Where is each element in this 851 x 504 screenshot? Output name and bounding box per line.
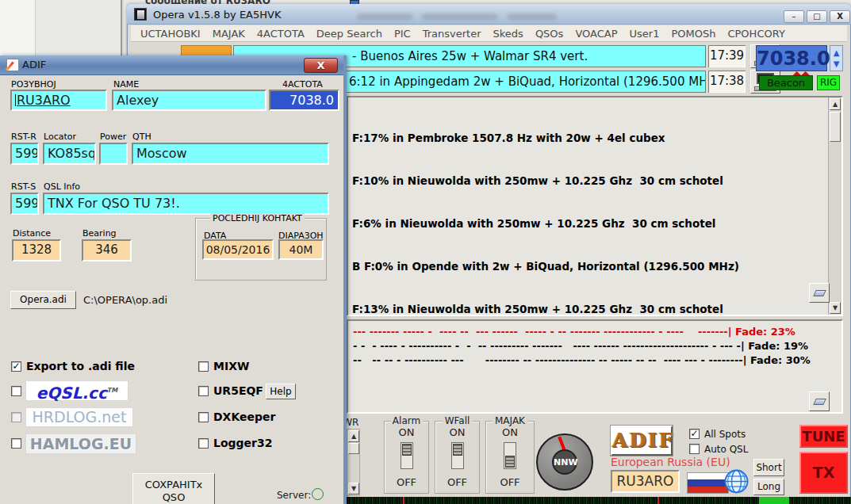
waterfall-strip bbox=[347, 497, 851, 504]
spot-line: F:13% in Nieuwolda with 250mw + 10.225 G… bbox=[352, 302, 824, 316]
menu-voacap[interactable]: VOACAP bbox=[575, 28, 617, 40]
scrollbar-thumb[interactable] bbox=[830, 112, 841, 142]
alarm-toggle-group: Alarm ON OFF bbox=[384, 421, 429, 494]
wfall-on-label: ON bbox=[435, 426, 479, 438]
minimize-button[interactable]: – bbox=[784, 10, 804, 23]
qth-input[interactable]: Moscow bbox=[132, 143, 329, 165]
menu-pomosh[interactable]: POMOSh bbox=[671, 28, 715, 40]
band-value: 40M bbox=[278, 239, 324, 260]
spot-line: F:10% in Nieuwolda with 250mw + 10.225 G… bbox=[352, 174, 824, 188]
last-contact-label: POCLEDHIJ KOHTAKT bbox=[210, 213, 305, 223]
background-window bbox=[0, 0, 127, 55]
spin-down-icon[interactable]: ▼ bbox=[832, 59, 841, 68]
fade-line: - - - ---- - ---------- - - -- ---------… bbox=[353, 340, 808, 352]
slider-down-icon[interactable]: ▼ bbox=[348, 483, 359, 494]
menu-pic[interactable]: PIC bbox=[394, 28, 411, 40]
opera-adi-button[interactable]: Opera.adi bbox=[10, 291, 76, 309]
qsl-info-input[interactable]: TNX For QSO TU 73!. bbox=[43, 193, 329, 215]
power-label: Power bbox=[100, 132, 126, 142]
ur5eqf-checkbox[interactable] bbox=[198, 386, 209, 396]
dxkeeper-checkbox[interactable] bbox=[198, 412, 209, 422]
majak-group-label: MAJAK bbox=[493, 415, 527, 426]
mixw-checkbox[interactable] bbox=[198, 361, 209, 372]
ur5eqf-label: UR5EQF bbox=[213, 384, 263, 397]
rst-r-input[interactable]: 599 bbox=[10, 143, 39, 165]
dialog-close-button[interactable]: X bbox=[304, 58, 338, 73]
auto-qsl-label: Auto QSL bbox=[704, 444, 748, 455]
freq-input[interactable]: 7038.0 bbox=[269, 90, 339, 111]
close-button[interactable]: X bbox=[830, 10, 850, 23]
all-spots-checkbox[interactable]: ✓ bbox=[689, 429, 700, 439]
scroll-down-icon[interactable]: ▼ bbox=[830, 302, 841, 314]
dxkeeper-label: DXKeeper bbox=[213, 410, 275, 423]
export-adi-label: Export to .adi file bbox=[26, 360, 135, 372]
frequency-spinner[interactable]: ▲ ▼ bbox=[830, 45, 843, 71]
name-input[interactable]: Alexey bbox=[112, 90, 266, 111]
rig-button[interactable]: RIG bbox=[817, 75, 840, 90]
locator-input[interactable]: KO85sq bbox=[43, 143, 96, 165]
fade-line: -- -- -- - ---------- --- -------- -- --… bbox=[353, 354, 811, 366]
hrdlog-logo: HRDLOG.net bbox=[25, 407, 133, 427]
menu-majak[interactable]: MAJAK bbox=[213, 28, 245, 40]
menu-uctahobki[interactable]: UCTAHOBKI bbox=[140, 28, 201, 40]
bearing-label: Bearing bbox=[82, 228, 117, 239]
spin-up-icon[interactable]: ▲ bbox=[832, 48, 841, 57]
menu-deep-search[interactable]: Deep Search bbox=[316, 28, 382, 40]
background-window-pane bbox=[0, 0, 36, 55]
menu-transverter[interactable]: Transverter bbox=[423, 28, 481, 40]
spots-scrollbar[interactable]: ▲ ▼ bbox=[828, 97, 841, 315]
menu-qsos[interactable]: QSOs bbox=[535, 28, 564, 40]
clear-spots-eraser-button[interactable] bbox=[809, 283, 830, 303]
callsign-input[interactable]: RU3ARO bbox=[10, 90, 107, 111]
menu-4actota[interactable]: 4ACTOTA bbox=[257, 28, 305, 40]
hrdlog-checkbox[interactable] bbox=[11, 412, 21, 422]
hamlog-checkbox[interactable] bbox=[11, 438, 21, 449]
adif-logo-button[interactable]: ADIF bbox=[611, 426, 673, 456]
clear-fade-eraser-button[interactable] bbox=[809, 391, 830, 411]
save-qso-button[interactable]: COXPAHITx QSO bbox=[132, 473, 215, 504]
pwr-slider[interactable]: ▲ ▼ bbox=[347, 429, 360, 496]
short-path-button[interactable]: Short bbox=[753, 459, 784, 476]
slider-up-icon[interactable]: ▲ bbox=[348, 430, 359, 442]
long-path-button[interactable]: Long bbox=[753, 479, 784, 495]
menu-bar: UCTAHOBKI MAJAK 4ACTOTA Deep Search PIC … bbox=[131, 25, 847, 42]
majak-off-label: OFF bbox=[486, 476, 534, 488]
eqsl-checkbox[interactable] bbox=[11, 386, 21, 396]
opera-app-icon bbox=[134, 8, 147, 21]
power-input[interactable] bbox=[99, 143, 128, 165]
freq-label: 4ACTOTA bbox=[282, 79, 323, 90]
pencil-edit-icon bbox=[6, 59, 19, 71]
majak-toggle-group: MAJAK ON OFF bbox=[485, 421, 535, 494]
menu-user1[interactable]: User1 bbox=[630, 28, 660, 40]
globe-icon[interactable] bbox=[724, 469, 749, 494]
wfall-toggle-switch[interactable] bbox=[451, 442, 464, 469]
scroll-up-icon[interactable]: ▲ bbox=[830, 98, 841, 110]
compass-indicator: NNW bbox=[536, 433, 593, 491]
message-time: 17:38 bbox=[708, 71, 746, 93]
rst-s-label: RST-S bbox=[11, 181, 36, 192]
majak-toggle-switch[interactable] bbox=[504, 442, 516, 469]
eqsl-logo: eQSL.ccTM bbox=[25, 380, 128, 401]
alarm-toggle-switch[interactable] bbox=[401, 442, 413, 469]
tx-button[interactable]: TX bbox=[799, 452, 848, 494]
distance-value: 1328 bbox=[12, 239, 61, 262]
slider-thumb[interactable] bbox=[348, 443, 359, 454]
export-adi-checkbox[interactable]: ✓ bbox=[11, 361, 21, 372]
maximize-button[interactable]: □ bbox=[807, 10, 827, 23]
menu-skeds[interactable]: Skeds bbox=[493, 28, 523, 40]
menu-cpohcory[interactable]: CPOHCORY bbox=[727, 28, 784, 40]
server-status-dot bbox=[312, 488, 324, 500]
tune-button[interactable]: TUNE bbox=[799, 425, 848, 448]
message-time: 17:39 bbox=[708, 45, 746, 67]
blurred-text-decoration bbox=[508, 13, 557, 21]
auto-qsl-checkbox[interactable] bbox=[689, 444, 700, 454]
wfall-group-label: WFall bbox=[443, 415, 473, 426]
help-button[interactable]: Help bbox=[266, 384, 296, 399]
logger32-checkbox[interactable] bbox=[198, 438, 209, 449]
rst-s-input[interactable]: 599 bbox=[10, 193, 39, 215]
adif-dialog-title-bar: ADIF X bbox=[0, 55, 343, 75]
screen: сообщение от RU3ARO Opera v1.5.8 by EA5H… bbox=[0, 0, 851, 504]
adif-dialog-title: ADIF bbox=[22, 59, 46, 71]
opera-title-bar: Opera v1.5.8 by EA5HVK – □ X bbox=[127, 4, 851, 25]
beacon-button[interactable]: Beacon bbox=[759, 75, 813, 90]
